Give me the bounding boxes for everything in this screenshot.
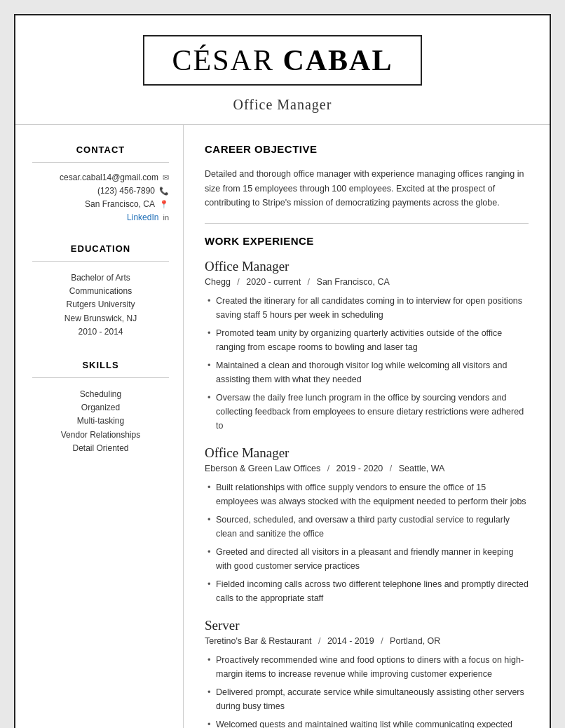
main-content: CAREER OBJECTIVE Detailed and thorough o… (184, 125, 550, 728)
linkedin-item[interactable]: LinkedIn in (32, 213, 169, 222)
education-content: Bachelor of Arts Communications Rutgers … (32, 271, 169, 339)
skill-2: Organized (32, 401, 169, 414)
sep-2a: / (327, 464, 329, 473)
career-objective-text: Detailed and thorough office manager wit… (205, 167, 529, 210)
name-last: CABAL (282, 44, 393, 76)
location-3: Portland, OR (390, 636, 440, 646)
bullet-3-1: Proactively recommended wine and food op… (205, 653, 529, 681)
co-we-divider (205, 223, 529, 224)
job-title-1: Office Manager (205, 259, 529, 274)
job-block-2: Office Manager Eberson & Green Law Offic… (205, 445, 529, 605)
skill-5: Detail Oriented (32, 442, 169, 455)
bullet-2-2: Sourced, scheduled, and oversaw a third … (205, 513, 529, 541)
location-2: Seattle, WA (399, 464, 445, 473)
company-1: Chegg (205, 277, 231, 287)
bullet-3-2: Delivered prompt, accurate service while… (205, 685, 529, 713)
sep-2b: / (390, 464, 392, 473)
job-title-2: Office Manager (205, 445, 529, 461)
skill-1: Scheduling (32, 388, 169, 401)
phone-text: (123) 456-7890 (97, 186, 155, 196)
edu-line-4: New Brunswick, NJ (32, 312, 169, 325)
skills-content: Scheduling Organized Multi-tasking Vendo… (32, 388, 169, 455)
location-text: San Francisco, CA (85, 199, 155, 209)
period-2: 2019 - 2020 (336, 464, 383, 473)
contact-title: CONTACT (32, 144, 169, 155)
contact-divider (32, 162, 169, 163)
location-icon: 📍 (159, 200, 169, 209)
bullet-1-2: Promoted team unity by organizing quarte… (205, 326, 529, 354)
skills-title: SKILLS (32, 360, 169, 370)
phone-item: (123) 456-7890 📞 (32, 186, 169, 196)
job-block-3: Server Teretino's Bar & Restaurant / 201… (205, 618, 529, 728)
bullets-1: Created the itinerary for all candidates… (205, 294, 529, 433)
bullet-1-4: Oversaw the daily free lunch program in … (205, 391, 529, 433)
location-item: San Francisco, CA 📍 (32, 199, 169, 209)
job-block-1: Office Manager Chegg / 2020 - current / … (205, 259, 529, 433)
resume-container: CÉSAR CABAL Office Manager CONTACT cesar… (14, 14, 551, 728)
name-box: CÉSAR CABAL (143, 35, 423, 86)
sep-1b: / (308, 277, 310, 287)
email-icon: ✉ (163, 173, 169, 182)
edu-line-1: Bachelor of Arts (32, 271, 169, 285)
skill-4: Vendor Relationships (32, 429, 169, 442)
sidebar: CONTACT cesar.cabal14@gmail.com ✉ (123) … (15, 125, 184, 728)
career-objective-title: CAREER OBJECTIVE (205, 143, 529, 157)
edu-line-3: Rutgers University (32, 298, 169, 311)
sep-1a: / (237, 277, 239, 287)
skill-3: Multi-tasking (32, 414, 169, 428)
bullet-2-3: Greeted and directed all visitors in a p… (205, 545, 529, 573)
job-title-header: Office Manager (43, 97, 522, 113)
career-objective-section: CAREER OBJECTIVE Detailed and thorough o… (205, 143, 529, 210)
bullet-1-1: Created the itinerary for all candidates… (205, 294, 529, 322)
email-item: cesar.cabal14@gmail.com ✉ (32, 173, 169, 182)
job-meta-3: Teretino's Bar & Restaurant / 2014 - 201… (205, 636, 529, 646)
name-first: CÉSAR (172, 44, 283, 76)
work-experience-title: WORK EXPERIENCE (205, 235, 529, 249)
period-3: 2014 - 2019 (327, 636, 374, 646)
education-section: EDUCATION Bachelor of Arts Communication… (32, 243, 169, 339)
resume-header: CÉSAR CABAL Office Manager (15, 15, 550, 124)
phone-icon: 📞 (159, 187, 169, 196)
linkedin-link[interactable]: LinkedIn (127, 213, 158, 222)
education-divider (32, 261, 169, 262)
body-layout: CONTACT cesar.cabal14@gmail.com ✉ (123) … (15, 124, 550, 728)
job-meta-1: Chegg / 2020 - current / San Francisco, … (205, 277, 529, 287)
bullets-3: Proactively recommended wine and food op… (205, 653, 529, 728)
period-1: 2020 - current (246, 277, 301, 287)
contact-section: CONTACT cesar.cabal14@gmail.com ✉ (123) … (32, 144, 169, 222)
bullet-2-1: Built relationships with office supply v… (205, 480, 529, 508)
sep-3b: / (381, 636, 383, 646)
bullet-2-4: Fielded incoming calls across two differ… (205, 577, 529, 605)
location-1: San Francisco, CA (317, 277, 390, 287)
edu-line-5: 2010 - 2014 (32, 325, 169, 339)
bullet-3-3: Welcomed guests and maintained waiting l… (205, 717, 529, 728)
company-2: Eberson & Green Law Offices (205, 464, 320, 473)
bullet-1-3: Maintained a clean and thorough visitor … (205, 358, 529, 386)
work-experience-section: WORK EXPERIENCE Office Manager Chegg / 2… (205, 235, 529, 728)
sep-3a: / (318, 636, 320, 646)
bullets-2: Built relationships with office supply v… (205, 480, 529, 605)
skills-section: SKILLS Scheduling Organized Multi-taskin… (32, 360, 169, 455)
email-text: cesar.cabal14@gmail.com (60, 173, 158, 182)
linkedin-icon: in (163, 213, 169, 222)
skills-divider (32, 377, 169, 378)
job-meta-2: Eberson & Green Law Offices / 2019 - 202… (205, 464, 529, 473)
company-3: Teretino's Bar & Restaurant (205, 636, 311, 646)
job-title-3: Server (205, 618, 529, 633)
edu-line-2: Communications (32, 285, 169, 298)
education-title: EDUCATION (32, 243, 169, 254)
